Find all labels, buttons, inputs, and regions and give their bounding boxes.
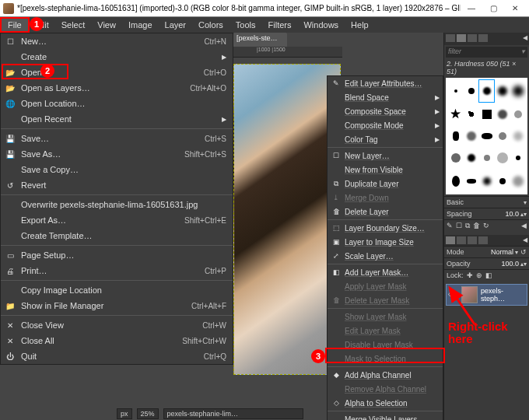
- file-menu-item[interactable]: 🌐Open Location…: [1, 96, 233, 111]
- file-menu-item[interactable]: Open Recent▶: [1, 111, 233, 127]
- layer-menu-item[interactable]: Merge Visible Layers…: [328, 412, 443, 420]
- file-menu-item[interactable]: Create▶: [1, 49, 233, 65]
- layer-menu-item[interactable]: Color Tag▶: [328, 132, 443, 146]
- layer-menu-item[interactable]: Blend Space▶: [328, 90, 443, 104]
- file-menu-item[interactable]: ▭Page Setup…: [1, 247, 233, 263]
- file-menu-item[interactable]: 🖨Print…Ctrl+P: [1, 263, 233, 278]
- file-menu-item[interactable]: ⏻QuitCtrl+Q: [1, 348, 233, 364]
- svg-line-0: [450, 288, 475, 324]
- layer-menu-item[interactable]: ▣Layer to Image Size: [328, 235, 443, 249]
- menu-select[interactable]: Select: [55, 18, 92, 32]
- annotation-step3: 3: [311, 349, 325, 363]
- menu-image[interactable]: Image: [122, 18, 159, 32]
- file-menu-item[interactable]: 💾Save…Ctrl+S: [1, 131, 233, 146]
- menu-help[interactable]: Help: [345, 18, 375, 32]
- file-menu-item[interactable]: Create Template…: [1, 228, 233, 243]
- file-menu-item[interactable]: Overwrite pexels-stephanie-lima-16051631…: [1, 197, 233, 212]
- brush-menu-icon: ◀: [521, 222, 527, 230]
- annotation-box-alpha: [325, 348, 445, 363]
- file-menu-item[interactable]: Export As…Shift+Ctrl+E: [1, 212, 233, 228]
- file-menu-item[interactable]: 💾Save As…Shift+Ctrl+S: [1, 146, 233, 162]
- lock-pixels-icon: ✚: [467, 271, 473, 279]
- layer-menu-item[interactable]: Composite Mode▶: [328, 118, 443, 132]
- layer-menu-item[interactable]: ◆Add Alpha Channel: [328, 368, 443, 382]
- layer-menu-item[interactable]: Composite Space▶: [328, 104, 443, 118]
- layer-menu-item: 🗑Delete Layer Mask: [328, 293, 443, 307]
- menubar: 1 File Edit Select View Image Layer Colo…: [0, 17, 529, 33]
- menu-windows[interactable]: Windows: [297, 18, 345, 32]
- lock-alpha-icon: ◧: [485, 271, 492, 279]
- menu-tools[interactable]: Tools: [229, 18, 262, 32]
- menu-filters[interactable]: Filters: [262, 18, 298, 32]
- menu-layer[interactable]: Layer: [159, 18, 193, 32]
- file-menu-item[interactable]: Copy Image Location: [1, 282, 233, 298]
- brush-action-icons[interactable]: ✎☐⧉🗑↻◀: [444, 219, 529, 232]
- zoom-select[interactable]: 25%: [137, 408, 159, 419]
- edit-brush-icon: ✎: [447, 222, 453, 230]
- layer-menu-item: ⤓Merge Down: [328, 191, 443, 205]
- layer-menu-item: Remove Alpha Channel: [328, 382, 443, 396]
- layer-menu-item[interactable]: ☐New Layer…: [328, 149, 443, 163]
- brush-preset-select[interactable]: Basic▾: [444, 196, 529, 208]
- new-brush-icon: ☐: [456, 222, 462, 230]
- ruler-horizontal: |1000 |1500: [233, 47, 342, 58]
- image-canvas[interactable]: [233, 64, 341, 375]
- unit-select[interactable]: px: [117, 408, 132, 419]
- lock-row[interactable]: Lock:✚⊕◧: [444, 269, 529, 281]
- file-menu-item[interactable]: 📁Show in File ManagerCtrl+Alt+F: [1, 298, 233, 313]
- annotation-box-open: [2, 64, 68, 79]
- annotation-step2: 2: [40, 64, 54, 78]
- annotation-rightclick-text: Right-click here: [448, 320, 526, 345]
- layer-menu-item[interactable]: ✎Edit Layer Attributes…: [328, 76, 443, 90]
- layer-context-menu: ✎Edit Layer Attributes…Blend Space▶Compo…: [327, 75, 443, 420]
- close-button[interactable]: ✕: [504, 2, 526, 16]
- file-menu-item[interactable]: ☐New…Ctrl+N: [1, 33, 233, 49]
- window-titlebar: *[pexels-stephanie-lima-16051631] (impor…: [0, 0, 529, 17]
- layer-menu-item[interactable]: ◧Add Layer Mask…: [328, 265, 443, 279]
- file-menu-item[interactable]: ✕Close ViewCtrl+W: [1, 317, 233, 333]
- layer-menu-item: Show Layer Mask: [328, 310, 443, 324]
- spacing-slider[interactable]: Spacing10.0▴▾: [444, 208, 529, 219]
- brush-grid[interactable]: [446, 78, 527, 194]
- opacity-slider[interactable]: Opacity100.0▴▾: [444, 257, 529, 269]
- status-filename: pexels-stephanie-lim…: [163, 408, 303, 419]
- file-menu-item[interactable]: ↺Revert: [1, 177, 233, 193]
- refresh-brush-icon: ↻: [483, 222, 489, 230]
- image-tab[interactable]: [pexels-ste…: [233, 33, 287, 47]
- app-icon: [3, 3, 14, 14]
- menu-colors[interactable]: Colors: [192, 18, 229, 32]
- maximize-button[interactable]: ▢: [482, 2, 504, 16]
- brush-name-label: 2. Hardness 050 (51 × 51): [444, 59, 529, 76]
- status-bar: px 25% pexels-stephanie-lim…: [117, 408, 303, 420]
- layer-menu-item[interactable]: ⬚Layer Boundary Size…: [328, 221, 443, 235]
- delete-brush-icon: 🗑: [473, 222, 480, 230]
- layers-dock-tabs[interactable]: ◀: [444, 235, 529, 246]
- layer-menu-item: Apply Layer Mask: [328, 279, 443, 293]
- right-panel: ◀ filter 2. Hardness 050 (51 × 51): [443, 33, 529, 420]
- layer-menu-item[interactable]: ⧉Duplicate Layer: [328, 177, 443, 191]
- menu-view[interactable]: View: [91, 18, 122, 32]
- layer-menu-item[interactable]: 🗑Delete Layer: [328, 205, 443, 219]
- brush-filter-input[interactable]: filter: [446, 47, 527, 58]
- blend-mode-select[interactable]: ModeNormal▾↺: [444, 246, 529, 257]
- file-menu-item[interactable]: ✕Close AllShift+Ctrl+W: [1, 333, 233, 348]
- dock-tabs[interactable]: ◀: [444, 33, 529, 45]
- layer-menu-item[interactable]: New from Visible: [328, 163, 443, 177]
- annotation-box-file: [0, 17, 30, 33]
- file-menu-dropdown: ☐New…Ctrl+NCreate▶📂Open…Ctrl+O📂Open as L…: [0, 33, 233, 365]
- annotation-step1: 1: [30, 17, 44, 31]
- file-menu-item[interactable]: 📂Open as Layers…Ctrl+Alt+O: [1, 80, 233, 96]
- duplicate-brush-icon: ⧉: [465, 222, 470, 230]
- window-title: *[pexels-stephanie-lima-16051631] (impor…: [17, 4, 461, 12]
- layer-name-label: pexels-steph…: [481, 287, 525, 303]
- lock-position-icon: ⊕: [476, 271, 482, 279]
- layer-menu-item: Edit Layer Mask: [328, 324, 443, 338]
- file-menu-item[interactable]: Save a Copy…: [1, 162, 233, 177]
- layer-menu-item[interactable]: ⤢Scale Layer…: [328, 249, 443, 263]
- layer-menu-item[interactable]: ◇Alpha to Selection: [328, 396, 443, 410]
- minimize-button[interactable]: —: [461, 2, 482, 16]
